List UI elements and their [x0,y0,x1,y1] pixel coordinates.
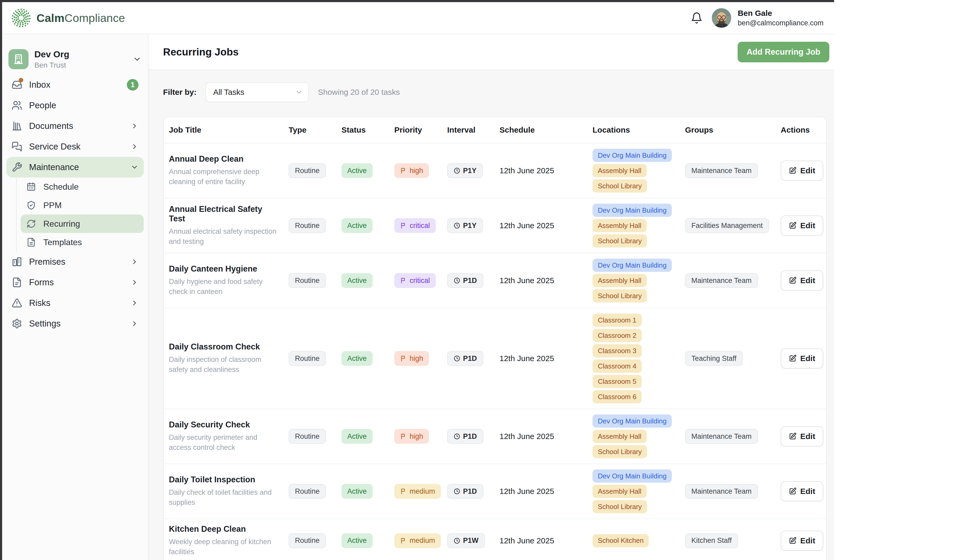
page-title: Recurring Jobs [163,46,239,58]
screen: CalmCompliance [0,0,962,560]
locations-cell: School Kitchen [592,534,685,547]
column-header-priority: Priority [394,126,447,134]
add-recurring-job-button[interactable]: Add Recurring Job [738,42,829,62]
job-cell: Daily Canteen HygieneDaily hygiene and f… [169,264,289,297]
job-description: Weekly deep cleaning of kitchen faciliti… [169,537,280,557]
schedule-cell: 12th June 2025 [499,432,592,441]
org-switcher[interactable]: Dev Org Ben Trust [6,46,144,72]
type-cell: Routine [289,218,341,233]
sidebar-subitem-recurring[interactable]: Recurring [21,214,144,233]
chevron-right-icon [131,278,139,286]
column-header-groups: Groups [685,126,778,134]
interval-chip: P1D [447,273,483,288]
sidebar-subitem-ppm[interactable]: PPM [21,196,144,214]
job-cell: Daily Classroom CheckDaily inspection of… [169,342,289,375]
column-header-locations: Locations [592,126,685,134]
schedule-cell: 12th June 2025 [499,487,592,496]
window-frame-top [0,0,834,2]
interval-cell: P1Y [447,218,499,233]
sidebar-item-risks[interactable]: Risks [6,293,144,313]
inbox-count-badge: 1 [127,79,139,91]
org-building-icon [8,49,29,69]
task-filter-select[interactable]: All Tasks [205,82,309,102]
edit-button[interactable]: Edit [781,481,823,501]
filter-label: Filter by: [163,88,197,97]
group-chip: Maintenance Team [685,163,758,178]
location-chip: Classroom 5 [592,375,642,388]
sidebar-subitem-templates[interactable]: Templates [21,233,144,251]
interval-chip: P1Y [447,218,483,233]
type-chip: Routine [289,218,326,233]
location-chip: Classroom 4 [592,359,642,373]
brand-spiral-icon [11,7,32,29]
edit-button[interactable]: Edit [781,161,823,181]
sidebar: Dev Org Ben Trust Inbox [2,34,148,560]
status-chip: Active [341,429,373,444]
top-bar-right: Ben Gale ben@calmcompliance.com [691,8,823,28]
priority-cell: medium [394,484,447,499]
chevron-down-icon [131,163,139,171]
job-title: Daily Canteen Hygiene [169,264,281,274]
job-cell: Annual Deep CleanAnnual comprehensive de… [169,154,289,187]
location-chip: Dev Org Main Building [592,149,672,162]
bell-icon[interactable] [691,12,703,24]
column-header-interval: Interval [447,126,499,134]
edit-icon [789,167,797,175]
actions-cell: Edit [778,216,826,236]
shield-check-icon [26,201,36,210]
edit-button[interactable]: Edit [781,348,823,369]
location-chip: Assembly Hall [592,164,647,177]
edit-button[interactable]: Edit [781,531,823,551]
edit-icon [789,433,797,440]
location-chip: Assembly Hall [592,485,647,498]
edit-button[interactable]: Edit [781,270,823,291]
warning-triangle-icon [11,298,22,308]
type-chip: Routine [289,273,326,288]
group-chip: Kitchen Staff [685,533,738,548]
filter-selected-value: All Tasks [213,88,244,97]
priority-cell: medium [394,533,447,548]
clock-icon [454,277,460,284]
page-content: Filter by: All Tasks Showing 20 of 20 ta… [148,70,834,560]
sidebar-item-label: People [29,100,56,110]
sidebar-item-forms[interactable]: Forms [6,272,144,293]
status-chip: Active [341,351,373,366]
sidebar-item-service-desk[interactable]: Service Desk [6,136,144,157]
people-icon [11,100,22,111]
priority-chip: high [394,429,429,444]
interval-cell: P1D [447,351,499,366]
sidebar-item-documents[interactable]: Documents [6,116,144,136]
sidebar-item-premises[interactable]: Premises [6,251,144,272]
sidebar-item-settings[interactable]: Settings [6,313,144,334]
interval-cell: P1D [447,429,499,444]
chevron-right-icon [131,258,139,266]
sidebar-item-people[interactable]: People [6,95,144,116]
job-title: Daily Classroom Check [169,342,281,352]
clock-icon [454,433,460,440]
table-row: Daily Classroom CheckDaily inspection of… [164,308,826,409]
priority-chip: medium [394,484,441,499]
page-header: Recurring Jobs Add Recurring Job [148,34,834,70]
edit-button[interactable]: Edit [781,216,823,236]
sidebar-item-maintenance[interactable]: Maintenance [6,157,144,177]
edit-button[interactable]: Edit [781,426,823,446]
sidebar-subitem-schedule[interactable]: Schedule [21,177,144,196]
type-cell: Routine [289,484,341,499]
user-menu[interactable]: Ben Gale ben@calmcompliance.com [712,8,823,28]
sidebar-item-inbox[interactable]: Inbox 1 [6,74,144,95]
table-row: Kitchen Deep CleanWeekly deep cleaning o… [164,519,826,560]
job-cell: Kitchen Deep CleanWeekly deep cleaning o… [169,525,289,557]
brand-logo[interactable]: CalmCompliance [11,7,125,29]
job-description: Annual comprehensive deep cleaning of en… [169,167,280,187]
service-desk-icon [11,141,22,152]
inbox-unread-dot [19,78,23,82]
location-chip: Classroom 6 [592,390,642,403]
type-chip: Routine [289,533,326,548]
locations-cell: Dev Org Main BuildingAssembly HallSchool… [592,149,685,193]
group-chip: Facilities Management [685,218,769,233]
user-info: Ben Gale ben@calmcompliance.com [738,9,823,27]
sidebar-item-label: Service Desk [29,142,80,151]
actions-cell: Edit [778,481,826,501]
sidebar-item-label: Risks [29,298,50,308]
schedule-cell: 12th June 2025 [499,166,592,175]
